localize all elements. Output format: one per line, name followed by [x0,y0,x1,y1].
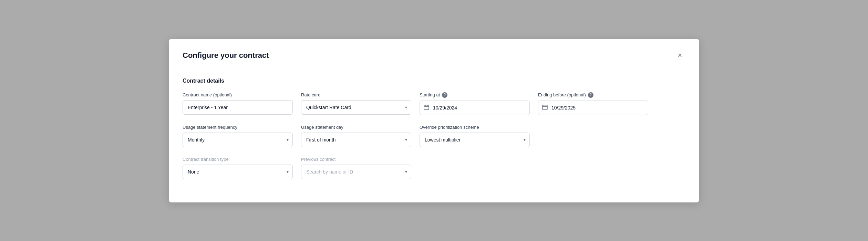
svg-rect-0 [424,105,429,109]
modal-container: Configure your contract × Contract detai… [169,39,699,202]
contract-name-input[interactable] [183,100,293,115]
modal-overlay: Configure your contract × Contract detai… [0,0,868,241]
contract-name-label: Contract name (optional) [183,92,293,97]
override-scheme-label: Override prioritization scheme [420,125,530,130]
usage-frequency-field: Usage statement frequency Monthly Weekly… [183,125,293,147]
contract-transition-select[interactable]: None Immediate Scheduled [183,165,293,179]
starting-at-calendar-icon [424,104,429,111]
ending-before-label: Ending before (optional) ? [538,92,648,98]
ending-before-help-icon[interactable]: ? [588,92,593,98]
usage-day-select-wrapper: First of month Last of month ▾ [301,133,411,147]
usage-frequency-select-wrapper: Monthly Weekly Quarterly ▾ [183,133,293,147]
rate-card-field: Rate card Quickstart Rate Card ▾ [301,92,411,115]
override-scheme-select-wrapper: Lowest multiplier Highest multiplier ▾ [420,133,530,147]
starting-at-input-wrapper [420,101,530,115]
rate-card-label: Rate card [301,92,411,97]
contract-name-field: Contract name (optional) [183,92,293,115]
usage-frequency-label: Usage statement frequency [183,125,293,130]
usage-day-select[interactable]: First of month Last of month [301,133,411,147]
usage-day-field: Usage statement day First of month Last … [301,125,411,147]
starting-at-input[interactable] [420,101,530,115]
close-button[interactable]: × [674,50,685,61]
starting-at-field: Starting at ? [420,92,530,115]
previous-contract-select-wrapper: Search by name or ID ▾ [301,165,411,179]
contract-transition-select-wrapper: None Immediate Scheduled ▾ [183,165,293,179]
ending-before-input[interactable] [538,101,648,115]
svg-rect-4 [542,105,547,109]
section-title: Contract details [183,78,685,84]
starting-at-help-icon[interactable]: ? [442,92,447,98]
form-row-2: Usage statement frequency Monthly Weekly… [183,125,685,147]
modal-header: Configure your contract × [183,50,685,68]
modal-title: Configure your contract [183,51,269,60]
usage-frequency-select[interactable]: Monthly Weekly Quarterly [183,133,293,147]
ending-before-field: Ending before (optional) ? [538,92,648,115]
contract-transition-field: Contract transition type None Immediate … [183,157,293,179]
ending-before-input-wrapper [538,101,648,115]
form-row-3: Contract transition type None Immediate … [183,157,685,179]
ending-before-calendar-icon [542,104,548,111]
previous-contract-label: Previous contract [301,157,411,162]
contract-transition-label: Contract transition type [183,157,293,162]
rate-card-select-wrapper: Quickstart Rate Card ▾ [301,100,411,115]
previous-contract-field: Previous contract Search by name or ID ▾ [301,157,411,179]
form-row-1: Contract name (optional) Rate card Quick… [183,92,685,115]
previous-contract-select[interactable]: Search by name or ID [301,165,411,179]
starting-at-label: Starting at ? [420,92,530,98]
override-scheme-select[interactable]: Lowest multiplier Highest multiplier [420,133,530,147]
rate-card-select[interactable]: Quickstart Rate Card [301,100,411,115]
usage-day-label: Usage statement day [301,125,411,130]
override-scheme-field: Override prioritization scheme Lowest mu… [420,125,530,147]
